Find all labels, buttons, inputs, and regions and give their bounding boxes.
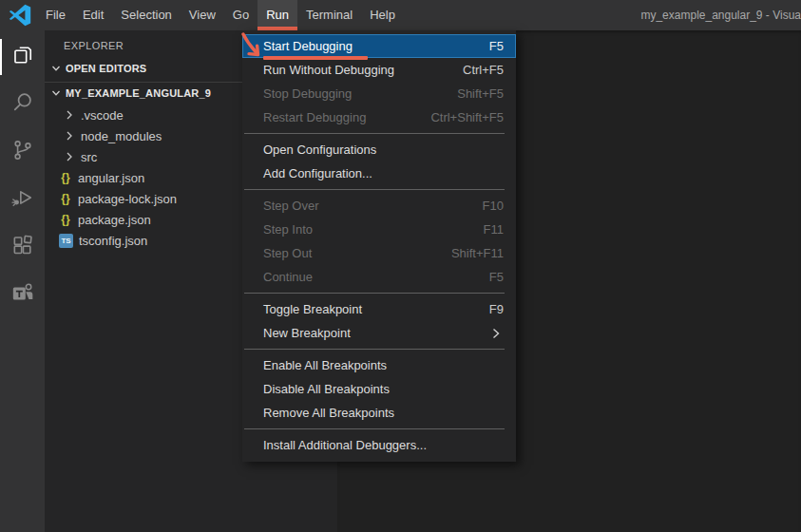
menu-item-step-out[interactable]: Step OutShift+F11: [242, 241, 516, 265]
activity-explorer[interactable]: [0, 33, 45, 81]
tree-item-label: node_modules: [81, 129, 162, 143]
menubar-item-view[interactable]: View: [181, 0, 224, 30]
menu-item-add-configuration[interactable]: Add Configuration...: [242, 162, 516, 185]
menubar-item-go[interactable]: Go: [224, 0, 257, 30]
tree-item-label: package-lock.json: [78, 192, 177, 206]
menu-item-shortcut: F11: [484, 222, 504, 237]
menubar-item-edit[interactable]: Edit: [74, 0, 112, 30]
ts-icon: TS: [59, 234, 73, 248]
tree-item-label: package.json: [78, 213, 151, 227]
chevron-right-icon: [62, 128, 77, 143]
menu-item-shortcut: F10: [483, 199, 504, 213]
tree-item-label: tsconfig.json: [79, 234, 147, 248]
menu-item-open-configurations[interactable]: Open Configurations: [242, 138, 516, 162]
extensions-icon: [10, 233, 35, 261]
menu-item-restart-debugging[interactable]: Restart DebuggingCtrl+Shift+F5: [242, 105, 516, 129]
menu-item-label: Continue: [263, 270, 313, 284]
activity-bar: [0, 30, 45, 532]
menu-separator: [244, 133, 505, 134]
menu-item-label: Toggle Breakpoint: [263, 302, 362, 316]
activity-search[interactable]: [0, 81, 45, 128]
annotation-underline-start-debugging: [263, 56, 368, 60]
menu-item-step-into[interactable]: Step IntoF11: [242, 218, 516, 241]
menu-item-continue[interactable]: ContinueF5: [242, 265, 516, 289]
menu-separator: [244, 349, 505, 350]
section-label: OPEN EDITORS: [66, 63, 146, 74]
json-icon: {}: [58, 192, 73, 205]
menu-item-label: Step Into: [263, 222, 313, 237]
chevron-down-icon: [48, 61, 64, 76]
menu-item-shortcut: F5: [489, 270, 504, 284]
menu-item-disable-all-breakpoints[interactable]: Disable All Breakpoints: [242, 377, 516, 401]
menu-item-run-without-debugging[interactable]: Run Without DebuggingCtrl+F5: [242, 58, 516, 82]
vscode-logo-icon: [9, 4, 31, 27]
menu-item-enable-all-breakpoints[interactable]: Enable All Breakpoints: [242, 353, 516, 377]
menu-item-new-breakpoint[interactable]: New Breakpoint: [242, 321, 516, 345]
menu-item-label: Run Without Debugging: [263, 63, 394, 77]
menu-item-shortcut: F9: [489, 302, 504, 316]
tree-item-label: .vscode: [81, 108, 124, 123]
menu-separator: [244, 428, 505, 429]
chevron-right-icon: [62, 149, 77, 164]
menu-item-label: Restart Debugging: [263, 110, 366, 124]
menu-item-label: Open Configurations: [263, 142, 376, 157]
tree-item-label: src: [81, 150, 97, 164]
menu-item-label: Install Additional Debuggers...: [263, 438, 427, 452]
run-menu-dropdown: Start DebuggingF5Run Without DebuggingCt…: [242, 30, 516, 462]
activity-teams-toolkit[interactable]: [0, 271, 45, 318]
menu-bar: FileEditSelectionViewGoRunTerminalHelp: [37, 0, 404, 30]
menu-item-label: Start Debugging: [263, 39, 353, 53]
window-title: my_example_angular_9 - Visua: [640, 0, 801, 30]
run-debug-icon: [10, 185, 35, 214]
menu-item-label: Step Over: [263, 199, 319, 213]
json-icon: {}: [58, 213, 73, 226]
menu-item-label: Stop Debugging: [263, 86, 352, 101]
chevron-right-icon: [62, 107, 77, 123]
menu-item-label: Remove All Breakpoints: [263, 406, 394, 420]
title-bar: FileEditSelectionViewGoRunTerminalHelp m…: [0, 0, 801, 30]
menu-item-label: Step Out: [263, 246, 312, 260]
section-label: MY_EXAMPLE_ANGULAR_9: [66, 87, 211, 99]
menu-separator: [244, 189, 505, 190]
menubar-item-terminal[interactable]: Terminal: [297, 0, 361, 30]
menu-separator: [244, 293, 505, 294]
menu-item-step-over[interactable]: Step OverF10: [242, 194, 516, 218]
menu-item-label: Disable All Breakpoints: [263, 382, 390, 396]
menu-item-shortcut: Shift+F5: [457, 86, 504, 101]
menu-item-remove-all-breakpoints[interactable]: Remove All Breakpoints: [242, 401, 516, 425]
menu-item-label: Enable All Breakpoints: [263, 358, 387, 372]
chevron-down-icon: [48, 86, 64, 101]
menubar-item-run[interactable]: Run: [257, 0, 297, 30]
vscode-window: FileEditSelectionViewGoRunTerminalHelp m…: [0, 0, 801, 532]
menu-item-label: Add Configuration...: [263, 166, 372, 180]
menu-item-shortcut: Ctrl+F5: [463, 63, 504, 77]
menu-item-label: New Breakpoint: [263, 326, 351, 340]
teams-icon: [10, 280, 35, 309]
menu-item-shortcut: F5: [489, 39, 504, 53]
source-control-icon: [10, 138, 35, 166]
menubar-item-help[interactable]: Help: [361, 0, 404, 30]
tree-item-label: angular.json: [78, 171, 144, 185]
files-icon: [10, 43, 35, 71]
menu-item-toggle-breakpoint[interactable]: Toggle BreakpointF9: [242, 297, 516, 321]
activity-extensions[interactable]: [0, 223, 45, 271]
menu-item-stop-debugging[interactable]: Stop DebuggingShift+F5: [242, 82, 516, 105]
menubar-item-file[interactable]: File: [37, 0, 74, 30]
submenu-chevron-icon: [488, 326, 504, 341]
menu-item-start-debugging[interactable]: Start DebuggingF5: [242, 34, 516, 58]
search-icon: [10, 90, 35, 119]
activity-source-control[interactable]: [0, 128, 45, 176]
menu-item-shortcut: Shift+F11: [451, 246, 504, 260]
menu-item-install-additional-debuggers[interactable]: Install Additional Debuggers...: [242, 433, 516, 457]
activity-run-and-debug[interactable]: [0, 176, 45, 223]
json-icon: {}: [58, 171, 73, 184]
menu-item-shortcut: Ctrl+Shift+F5: [430, 110, 504, 124]
menubar-item-selection[interactable]: Selection: [112, 0, 180, 30]
